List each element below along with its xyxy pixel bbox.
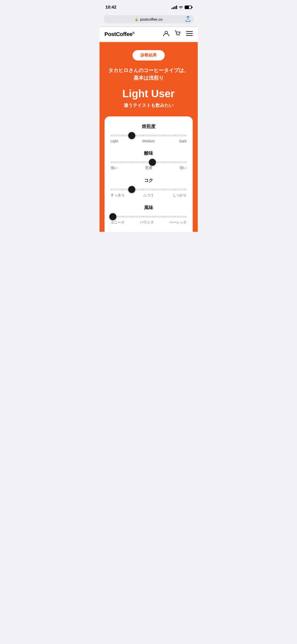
browser-bar: 🔒 postcoffee.co <box>100 13 198 26</box>
flavor-track <box>111 216 187 218</box>
roast-label-dark: Dark <box>179 139 187 143</box>
roast-section: 焙煎度 Light <box>111 123 187 143</box>
body-labels: すっきり ふつう しっかり <box>111 193 187 198</box>
acidity-label-normal: 普通 <box>145 166 152 170</box>
roast-track <box>111 135 187 137</box>
flavor-section: 風味 ユニーク <box>111 205 187 225</box>
flavor-thumb[interactable] <box>109 213 116 220</box>
acidity-label-weak: 弱い <box>180 166 187 170</box>
acidity-thumb[interactable] <box>149 159 156 166</box>
flavor-label-unique: ユニーク <box>111 220 125 225</box>
flavor-label-basic: ベーシック <box>169 220 187 225</box>
roast-label-medium: Medium <box>142 139 155 143</box>
diagnosis-badge: 診断結果 <box>133 50 165 60</box>
url-bar[interactable]: 🔒 postcoffee.co <box>104 15 194 23</box>
status-bar: 10:42 <box>100 0 198 13</box>
svg-point-2 <box>179 35 179 36</box>
body-thumb[interactable] <box>128 186 135 193</box>
logo: PostCoffee® <box>105 31 135 38</box>
url-text: 🔒 postcoffee.co <box>135 17 162 21</box>
account-button[interactable] <box>163 30 170 38</box>
body-label-full: しっかり <box>173 193 187 198</box>
roast-thumb[interactable] <box>128 132 135 139</box>
acidity-section: 酸味 強い 普通 <box>111 150 187 170</box>
preference-card: 焙煎度 Light <box>105 116 193 232</box>
roast-label: 焙煎度 <box>111 123 187 130</box>
body-dots <box>111 189 187 190</box>
svg-point-0 <box>165 31 168 34</box>
flavor-label-balance: バランス <box>140 220 154 225</box>
nav-icons <box>163 30 193 38</box>
menu-button[interactable] <box>186 31 193 38</box>
hero-description: 違うテイストも飲みたい <box>105 102 193 108</box>
acidity-label: 酸味 <box>111 150 187 156</box>
hero-title: Light User <box>105 88 193 100</box>
flavor-slider-container <box>111 216 187 218</box>
roast-label-light: Light <box>111 139 118 143</box>
hero-subtitle: タカヒロさんのコーヒータイプは、基本は浅煎り <box>105 67 193 82</box>
acidity-labels: 強い 普通 弱い <box>111 166 187 170</box>
acidity-slider-container <box>111 161 187 163</box>
acidity-label-strong: 強い <box>111 166 118 170</box>
body-slider-container <box>111 188 187 190</box>
hero-section: 診断結果 タカヒロさんのコーヒータイプは、基本は浅煎り Light User 違… <box>100 42 198 232</box>
acidity-dots <box>111 162 187 163</box>
body-label: コク <box>111 177 187 183</box>
roast-labels: Light Medium Dark <box>111 139 187 143</box>
nav-bar: PostCoffee® <box>100 27 198 42</box>
wifi-icon <box>179 6 183 9</box>
status-icons <box>172 6 192 9</box>
acidity-track <box>111 161 187 163</box>
body-label-light: すっきり <box>111 193 125 198</box>
share-button[interactable] <box>186 16 190 22</box>
status-time: 10:42 <box>106 5 116 10</box>
flavor-dots <box>111 216 187 217</box>
body-label-medium: ふつう <box>143 193 154 198</box>
cart-button[interactable] <box>175 30 181 38</box>
body-track <box>111 188 187 190</box>
roast-dots <box>111 135 187 136</box>
signal-icon <box>172 6 177 9</box>
flavor-label: 風味 <box>111 205 187 211</box>
svg-point-1 <box>177 35 177 36</box>
roast-slider-container <box>111 135 187 137</box>
battery-icon <box>185 6 192 9</box>
lock-icon: 🔒 <box>135 17 139 21</box>
flavor-labels: ユニーク バランス ベーシック <box>111 220 187 225</box>
body-section: コク すっきり <box>111 177 187 198</box>
